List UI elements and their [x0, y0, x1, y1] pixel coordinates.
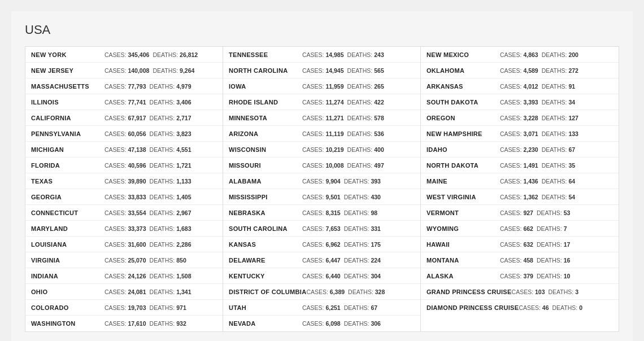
- cases-stat: CASES: 103: [512, 288, 545, 295]
- cases-stat: CASES: 4,589: [500, 67, 538, 74]
- state-name: CONNECTICUT: [31, 209, 105, 216]
- state-name: ALASKA: [427, 273, 500, 279]
- table-row: OREGONCASES: 3,228DEATHS: 127: [421, 110, 619, 126]
- deaths-stat: DEATHS: 53: [537, 209, 570, 216]
- table-row: VIRGINIACASES: 25,070DEATHS: 850: [25, 252, 223, 268]
- table-row: LOUISIANACASES: 31,600DEATHS: 2,286: [25, 237, 223, 252]
- state-name: WISCONSIN: [229, 146, 302, 153]
- cases-stat: CASES: 1,362: [500, 194, 538, 200]
- deaths-stat: DEATHS: 1,405: [150, 194, 192, 200]
- cases-stat: CASES: 1,491: [500, 162, 538, 169]
- table-row: HAWAIICASES: 632DEATHS: 17: [421, 237, 619, 252]
- table-row: DELAWARECASES: 6,447DEATHS: 224: [223, 252, 420, 268]
- state-name: DISTRICT OF COLUMBIA: [229, 288, 306, 295]
- state-name: MISSISSIPPI: [229, 194, 302, 200]
- deaths-stat: DEATHS: 400: [347, 146, 384, 153]
- deaths-stat: DEATHS: 1,721: [150, 162, 192, 169]
- state-name: KENTUCKY: [229, 273, 302, 279]
- table-row: NORTH DAKOTACASES: 1,491DEATHS: 35: [421, 158, 619, 173]
- deaths-stat: DEATHS: 133: [542, 130, 578, 137]
- table-row: GEORGIACASES: 33,833DEATHS: 1,405: [25, 189, 223, 205]
- table-row: NEBRASKACASES: 8,315DEATHS: 98: [223, 205, 420, 221]
- cases-stat: CASES: 927: [500, 209, 533, 216]
- table-row: NEVADACASES: 6,098DEATHS: 306: [223, 316, 420, 331]
- deaths-stat: DEATHS: 224: [344, 257, 381, 264]
- cases-stat: CASES: 6,389: [306, 288, 345, 295]
- table-row: WYOMINGCASES: 662DEATHS: 7: [421, 221, 619, 237]
- cases-stat: CASES: 33,373: [105, 225, 146, 232]
- table-row: NEW HAMPSHIRECASES: 3,071DEATHS: 133: [421, 126, 619, 142]
- deaths-stat: DEATHS: 200: [542, 51, 578, 58]
- state-name: ARIZONA: [229, 130, 302, 137]
- state-name: ALABAMA: [229, 178, 302, 185]
- cases-stat: CASES: 77,793: [105, 83, 146, 90]
- deaths-stat: DEATHS: 64: [542, 178, 575, 185]
- deaths-stat: DEATHS: 850: [150, 257, 186, 264]
- table-row: DIAMOND PRINCESS CRUISECASES: 46DEATHS: …: [421, 300, 619, 316]
- table-row: NEW MEXICOCASES: 4,863DEATHS: 200: [421, 47, 619, 63]
- table-row: TENNESSEECASES: 14,985DEATHS: 243: [223, 47, 420, 63]
- table-row: PENNSYLVANIACASES: 60,056DEATHS: 3,823: [25, 126, 223, 142]
- deaths-stat: DEATHS: 9,264: [153, 67, 194, 74]
- state-name: NEW MEXICO: [427, 51, 500, 58]
- cases-stat: CASES: 60,056: [105, 130, 146, 137]
- state-name: DIAMOND PRINCESS CRUISE: [427, 304, 519, 311]
- table-row: ILLINOISCASES: 77,741DEATHS: 3,406: [25, 94, 223, 110]
- cases-stat: CASES: 17,610: [105, 320, 146, 327]
- cases-stat: CASES: 14,985: [302, 51, 344, 58]
- state-name: MISSOURI: [229, 162, 302, 169]
- deaths-stat: DEATHS: 1,133: [150, 178, 192, 185]
- deaths-stat: DEATHS: 2,286: [150, 241, 192, 248]
- state-name: INDIANA: [31, 273, 105, 279]
- table-row: WISCONSINCASES: 10,219DEATHS: 400: [223, 142, 420, 158]
- cases-stat: CASES: 4,863: [500, 51, 538, 58]
- deaths-stat: DEATHS: 16: [537, 257, 570, 264]
- cases-stat: CASES: 3,228: [500, 115, 538, 121]
- deaths-stat: DEATHS: 3,406: [150, 99, 192, 106]
- deaths-stat: DEATHS: 565: [347, 67, 384, 74]
- table-row: VERMONTCASES: 927DEATHS: 53: [421, 205, 619, 221]
- deaths-stat: DEATHS: 35: [542, 162, 575, 169]
- table-row: ALABAMACASES: 9,904DEATHS: 393: [223, 173, 420, 189]
- column-1: TENNESSEECASES: 14,985DEATHS: 243NORTH C…: [223, 47, 421, 331]
- deaths-stat: DEATHS: 127: [542, 115, 578, 121]
- table-row: COLORADOCASES: 19,703DEATHS: 971: [25, 300, 223, 316]
- cases-stat: CASES: 77,741: [105, 99, 146, 106]
- cases-stat: CASES: 379: [500, 273, 533, 279]
- deaths-stat: DEATHS: 306: [344, 320, 381, 327]
- state-name: MARYLAND: [31, 225, 105, 232]
- cases-stat: CASES: 7,653: [302, 225, 341, 232]
- table-row: KANSASCASES: 6,962DEATHS: 175: [223, 237, 420, 252]
- deaths-stat: DEATHS: 4,551: [150, 146, 192, 153]
- deaths-stat: DEATHS: 578: [347, 115, 384, 121]
- cases-stat: CASES: 40,596: [105, 162, 146, 169]
- table-row: MONTANACASES: 458DEATHS: 16: [421, 252, 619, 268]
- deaths-stat: DEATHS: 2,967: [150, 209, 192, 216]
- table-row: MICHIGANCASES: 47,138DEATHS: 4,551: [25, 142, 223, 158]
- deaths-stat: DEATHS: 422: [347, 99, 384, 106]
- deaths-stat: DEATHS: 54: [542, 194, 575, 200]
- cases-stat: CASES: 11,271: [302, 115, 344, 121]
- state-name: IDAHO: [427, 146, 500, 153]
- table-row: MAINECASES: 1,436DEATHS: 64: [421, 173, 619, 189]
- cases-stat: CASES: 632: [500, 241, 533, 248]
- cases-stat: CASES: 6,098: [302, 320, 341, 327]
- cases-stat: CASES: 33,554: [105, 209, 146, 216]
- table-row: FLORIDACASES: 40,596DEATHS: 1,721: [25, 158, 223, 173]
- data-grid: NEW YORKCASES: 345,406DEATHS: 26,812NEW …: [25, 46, 619, 332]
- state-name: NEW YORK: [31, 51, 105, 58]
- table-row: DISTRICT OF COLUMBIACASES: 6,389DEATHS: …: [223, 284, 420, 300]
- deaths-stat: DEATHS: 91: [542, 83, 575, 90]
- deaths-stat: DEATHS: 1,683: [150, 225, 192, 232]
- deaths-stat: DEATHS: 393: [344, 178, 381, 185]
- cases-stat: CASES: 11,274: [302, 99, 344, 106]
- table-row: ARKANSASCASES: 4,012DEATHS: 91: [421, 78, 619, 94]
- table-row: MINNESOTACASES: 11,271DEATHS: 578: [223, 110, 420, 126]
- cases-stat: CASES: 24,126: [105, 273, 146, 279]
- cases-stat: CASES: 9,501: [302, 194, 341, 200]
- table-row: UTAHCASES: 6,251DEATHS: 67: [223, 300, 420, 316]
- deaths-stat: DEATHS: 328: [348, 288, 385, 295]
- cases-stat: CASES: 1,436: [500, 178, 538, 185]
- deaths-stat: DEATHS: 0: [552, 304, 583, 311]
- state-name: OREGON: [427, 115, 500, 121]
